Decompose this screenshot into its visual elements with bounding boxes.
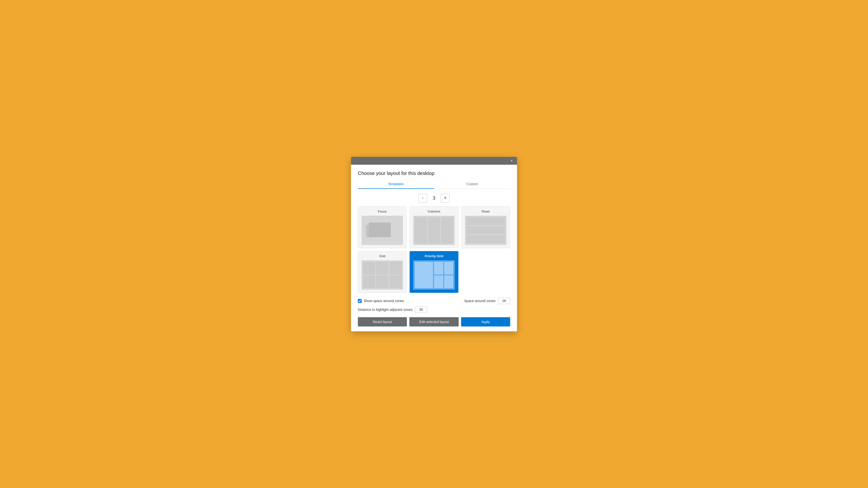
decrease-zones-button[interactable]: -	[418, 194, 427, 202]
columns-label: Columns	[428, 209, 440, 213]
grid-zone-5	[376, 275, 389, 288]
rows-zones	[465, 216, 506, 245]
grid-zone-6	[389, 275, 402, 288]
edit-layout-button[interactable]: Edit selected layout	[409, 317, 458, 326]
grid-zone-1	[363, 262, 375, 274]
tab-custom[interactable]: Custom	[434, 180, 510, 189]
focus-label: Focus	[378, 209, 386, 213]
show-space-text: Show space around zones	[364, 299, 404, 303]
grid-zone-3	[389, 262, 402, 274]
row-zone-3	[466, 235, 505, 243]
show-space-checkbox[interactable]	[358, 299, 362, 303]
columns-zones	[413, 216, 455, 245]
empty-slot	[461, 251, 510, 293]
priority-grid-label: Priority Grid	[425, 254, 443, 258]
priority-zone-small-1	[434, 262, 443, 274]
columns-preview	[413, 216, 455, 245]
tab-templates[interactable]: Templates	[358, 180, 434, 189]
grid-zones	[362, 260, 403, 290]
layout-card-grid[interactable]: Grid	[358, 251, 407, 293]
col-zone-1	[415, 217, 427, 243]
close-button[interactable]: ×	[508, 157, 515, 164]
rows-preview	[465, 216, 506, 245]
layout-card-rows[interactable]: Rows	[461, 206, 510, 248]
space-around-input[interactable]	[498, 298, 510, 304]
layout-card-priority-grid[interactable]: Priority Grid	[410, 251, 458, 293]
focus-preview	[362, 216, 403, 245]
priority-zone-small-3	[434, 275, 443, 288]
row-zone-1	[466, 217, 505, 225]
action-buttons: Reset layout Edit selected layout Apply	[358, 317, 510, 326]
grid-zone-4	[363, 275, 375, 288]
distance-row: Distance to highlight adjacent zones	[358, 306, 510, 313]
priority-zone-small-4	[444, 275, 454, 288]
layout-dialog: × Choose your layout for this desktop Te…	[351, 157, 517, 331]
col-zone-3	[441, 217, 453, 243]
row-zone-2	[466, 226, 505, 234]
rows-label: Rows	[482, 209, 490, 213]
layout-card-focus[interactable]: Focus	[358, 206, 407, 248]
priority-zone-small-2	[444, 262, 454, 274]
priority-grid-preview	[413, 260, 455, 290]
layout-grid: Focus Columns Rows	[358, 206, 510, 293]
grid-label: Grid	[379, 254, 385, 258]
priority-zone-main	[415, 262, 433, 288]
grid-zone-2	[376, 262, 389, 274]
layout-card-columns[interactable]: Columns	[410, 206, 458, 248]
space-around-right: Space around zones	[464, 298, 510, 304]
show-space-label[interactable]: Show space around zones	[358, 299, 404, 303]
zone-count-value: 3	[431, 195, 437, 201]
increase-zones-button[interactable]: +	[441, 194, 450, 202]
grid-preview	[362, 260, 403, 290]
focus-rect-front	[369, 223, 391, 237]
zone-counter: - 3 +	[358, 194, 510, 202]
dialog-title: Choose your layout for this desktop	[358, 170, 510, 176]
dialog-titlebar: ×	[351, 157, 517, 165]
apply-button[interactable]: Apply	[461, 317, 510, 326]
col-zone-2	[428, 217, 440, 243]
space-around-label: Space around zones	[464, 299, 496, 303]
options-row-1: Show space around zones Space around zon…	[358, 298, 510, 304]
distance-label: Distance to highlight adjacent zones	[358, 308, 412, 312]
tabs-container: Templates Custom	[358, 180, 510, 189]
distance-input[interactable]	[415, 306, 427, 313]
reset-layout-button[interactable]: Reset layout	[358, 317, 407, 326]
dialog-body: Choose your layout for this desktop Temp…	[351, 165, 517, 331]
priority-grid-zones	[413, 260, 455, 290]
